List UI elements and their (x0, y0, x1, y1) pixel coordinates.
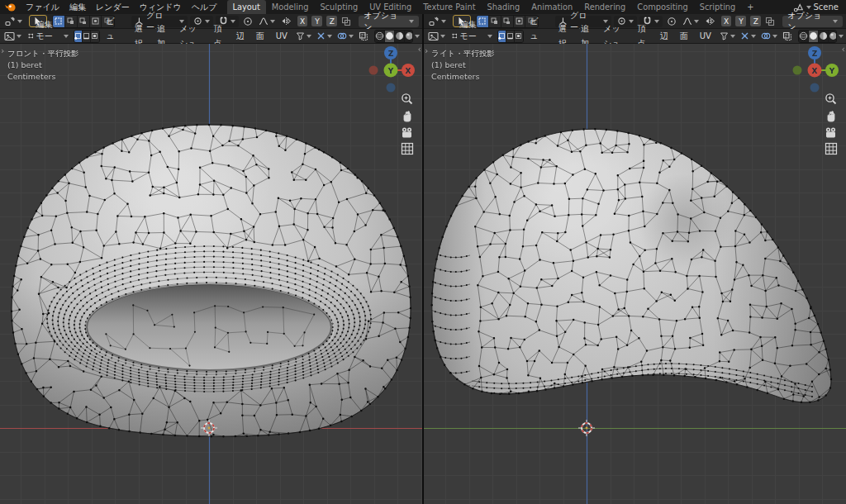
tool-settings-icon[interactable] (3, 16, 24, 27)
face-select-button[interactable] (91, 31, 99, 42)
show-overlays-dropdown[interactable] (759, 31, 779, 41)
select-invert-button[interactable] (90, 16, 102, 27)
mirror-x-toggle[interactable]: X (297, 16, 308, 26)
shading-solid-button[interactable] (385, 31, 395, 42)
zoom-icon[interactable] (400, 92, 414, 106)
mirror-x-toggle[interactable]: X (721, 16, 732, 26)
axis-ball-neg-x[interactable] (369, 66, 378, 75)
camera-view-icon[interactable] (400, 126, 414, 139)
proportional-editing-toggle[interactable] (241, 16, 254, 27)
menu-face[interactable]: 面 (251, 29, 269, 44)
zoom-icon[interactable] (824, 92, 838, 106)
show-gizmo-dropdown[interactable] (739, 31, 758, 41)
proportional-falloff-dropdown[interactable] (681, 16, 701, 26)
vertex-select-button[interactable] (498, 31, 506, 42)
pan-hand-icon[interactable] (824, 109, 838, 123)
show-gizmo-dropdown[interactable] (315, 31, 334, 41)
chevron-down-icon (270, 20, 275, 23)
snap-target-icon[interactable] (340, 16, 353, 27)
toolbar-expand-arrow[interactable]: › (1, 47, 4, 55)
mirror-y-toggle[interactable]: Y (311, 16, 322, 26)
tab-modeling[interactable]: Modeling (266, 0, 315, 14)
wireframe-sphere-icon (375, 31, 384, 40)
proportional-falloff-dropdown[interactable] (257, 16, 277, 26)
proportional-editing-toggle[interactable] (665, 16, 678, 27)
xray-toggle[interactable] (357, 31, 370, 42)
tab-compositing[interactable]: Compositing (631, 0, 693, 14)
sidebar-expand-arrow[interactable]: ‹ (842, 45, 845, 54)
xray-toggle[interactable] (781, 31, 794, 42)
menu-file[interactable]: ファイル (21, 0, 64, 14)
axis-ball-neg-y[interactable] (793, 66, 802, 75)
shading-material-button[interactable] (395, 31, 405, 42)
shading-rendered-button[interactable] (829, 31, 837, 42)
menu-uv[interactable]: UV (695, 29, 716, 44)
mirror-icon (703, 16, 717, 26)
chevron-down-icon (654, 20, 659, 23)
select-extend-button[interactable] (489, 16, 501, 27)
filter-dropdown[interactable] (718, 31, 737, 41)
ortho-grid-icon[interactable] (825, 142, 838, 155)
toolbar-expand-arrow[interactable]: › (425, 47, 428, 55)
shading-dropdown-caret[interactable] (415, 35, 420, 38)
filter-dropdown[interactable] (294, 31, 313, 41)
mode-dropdown[interactable]: 編集モード (449, 31, 496, 42)
editor-type-dropdown[interactable] (2, 31, 23, 42)
vertex-select-button[interactable] (74, 31, 83, 42)
menu-render[interactable]: レンダー (91, 0, 135, 14)
shading-dropdown-caret[interactable] (839, 35, 844, 38)
tab-scripting[interactable]: Scripting (694, 0, 742, 14)
select-subtract-button[interactable] (501, 16, 514, 27)
menu-face[interactable]: 面 (675, 29, 693, 44)
axis-ball-neg-z[interactable] (387, 83, 396, 93)
shading-wireframe-button[interactable] (375, 31, 385, 42)
viewport-canvas-right[interactable] (424, 44, 846, 504)
menu-uv[interactable]: UV (271, 29, 292, 44)
face-select-button[interactable] (515, 31, 523, 42)
menu-edge[interactable]: 辺 (655, 29, 673, 44)
mirror-z-toggle[interactable]: Z (326, 16, 337, 26)
axis-ball-neg-z[interactable] (810, 83, 820, 93)
edge-select-button[interactable] (506, 31, 515, 42)
solid-sphere-icon (809, 31, 818, 40)
tab-texture-paint[interactable]: Texture Paint (417, 0, 481, 14)
add-workspace-button[interactable]: + (741, 0, 759, 14)
tab-layout[interactable]: Layout (227, 0, 266, 14)
areas: グロー.. (0, 14, 846, 504)
tab-shading[interactable]: Shading (482, 0, 526, 14)
blender-logo-icon[interactable] (4, 2, 17, 12)
shading-material-button[interactable] (819, 31, 829, 42)
mode-dropdown[interactable]: 編集モード (25, 31, 72, 42)
show-overlays-dropdown[interactable] (335, 31, 355, 41)
tab-sculpting[interactable]: Sculpting (314, 0, 364, 14)
chevron-down-icon (772, 35, 777, 38)
pan-hand-icon[interactable] (400, 109, 414, 123)
sidebar-expand-arrow[interactable]: ‹ (418, 45, 421, 54)
tool-settings-icon[interactable] (427, 16, 448, 27)
object-label: (1) beret (431, 59, 495, 71)
options-dropdown[interactable]: オプション (359, 16, 419, 27)
editor-type-dropdown[interactable] (426, 31, 447, 42)
menu-help[interactable]: ヘルプ (187, 0, 222, 14)
proportional-circle-icon (667, 17, 677, 26)
viewport-canvas-left[interactable] (0, 44, 422, 504)
proportional-circle-icon (243, 17, 253, 26)
menu-edit[interactable]: 編集 (64, 0, 91, 14)
select-extend-button[interactable] (65, 16, 78, 27)
menu-edge[interactable]: 辺 (231, 29, 250, 44)
mirror-y-toggle[interactable]: Y (735, 16, 746, 26)
options-dropdown[interactable]: オプション (782, 16, 843, 27)
camera-view-icon[interactable] (824, 126, 838, 139)
navigation-gizmo-left[interactable]: Z X Y (366, 45, 416, 95)
viewport-shading-modes (374, 30, 413, 43)
select-invert-button[interactable] (514, 16, 526, 27)
snap-target-icon[interactable] (763, 16, 777, 27)
mirror-z-toggle[interactable]: Z (750, 16, 761, 26)
shading-solid-button[interactable] (809, 31, 819, 42)
shading-wireframe-button[interactable] (799, 31, 809, 42)
select-subtract-button[interactable] (78, 16, 90, 27)
ortho-grid-icon[interactable] (401, 142, 414, 155)
edge-select-button[interactable] (83, 31, 91, 42)
navigation-gizmo-right[interactable]: Z Y X (790, 45, 839, 95)
shading-rendered-button[interactable] (405, 31, 413, 42)
